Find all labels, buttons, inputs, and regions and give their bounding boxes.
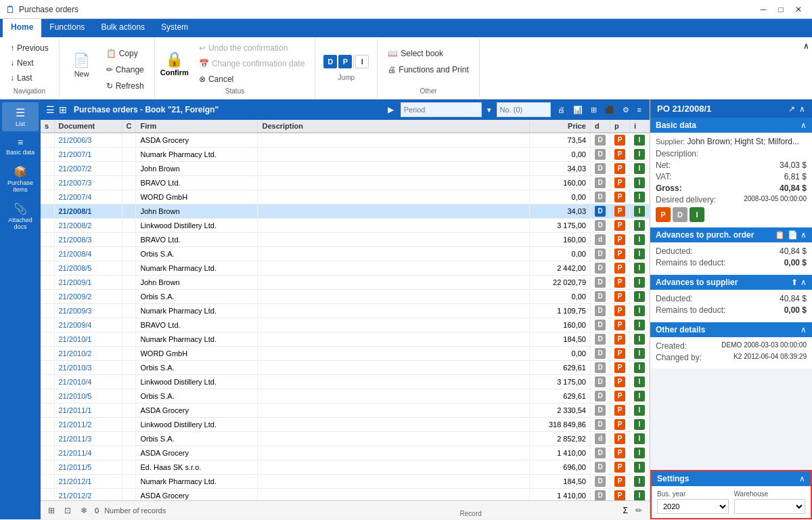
table-row[interactable]: 21/2007/4 WORD GmbH 0,00 D P I (41, 190, 650, 204)
next-btn[interactable]: ↓ Next (5, 56, 39, 70)
other-group-label: Other (383, 86, 473, 95)
cell-firm: Orbis S.A. (136, 290, 258, 304)
last-btn[interactable]: ↓ Last (5, 71, 37, 85)
table-row[interactable]: 21/2011/2 Linkwood Distillery Ltd. 318 8… (41, 418, 650, 432)
delivery-badge-i[interactable]: I (690, 207, 704, 222)
table-row[interactable]: 21/2009/4 BRAVO Ltd. 160,00 D P I (41, 318, 650, 332)
select-book-btn[interactable]: 📖 Select book (383, 47, 473, 60)
maximize-btn[interactable]: □ (773, 3, 789, 16)
badge-p[interactable]: P (338, 55, 352, 68)
pencil-icon: ✏ (106, 65, 113, 74)
change-btn[interactable]: ✏ Change (102, 63, 149, 77)
sidebar-item-attached-docs[interactable]: 📎 Attached docs (2, 198, 39, 234)
content-area: ☰ ⊞ Purchase orders - Book "21, Foreign"… (41, 100, 650, 519)
title-bar: 🗒 Purchase orders ─ □ ✕ (0, 0, 812, 19)
table-row[interactable]: 21/2009/1 John Brown 22 020,79 D P I (41, 276, 650, 290)
table-row[interactable]: 21/2008/2 Linkwood Distillery Ltd. 3 175… (41, 219, 650, 233)
advances-supplier-actions: ⬆ ∧ (791, 278, 807, 287)
cell-p: P (610, 162, 630, 176)
cell-i: I (630, 204, 650, 219)
table-row[interactable]: 21/2011/5 Ed. Haas SK s.r.o. 696,00 D P … (41, 460, 650, 475)
cell-c (122, 332, 136, 347)
sidebar-item-basic-data[interactable]: ≡ Basic data (2, 133, 39, 160)
table-row[interactable]: 21/2010/2 WORD GmbH 0,00 D P I (41, 347, 650, 361)
export-btn[interactable]: ⬛ (602, 104, 617, 116)
collapse-panel-btn[interactable]: ∧ (799, 104, 805, 114)
cancel-btn[interactable]: ⊗ Cancel (194, 72, 309, 86)
tab-home[interactable]: Home (3, 19, 41, 37)
advances-supplier-collapse[interactable]: ∧ (800, 278, 807, 287)
table-row[interactable]: 21/2006/3 ASDA Grocery 73,54 D P I (41, 133, 650, 148)
hamburger-icon[interactable]: ☰ (46, 104, 55, 115)
table-row[interactable]: 21/2010/3 Orbis S.A. 629,61 D P I (41, 361, 650, 375)
cell-s (41, 204, 54, 219)
cell-p: P (610, 176, 630, 190)
table-row[interactable]: 21/2011/4 ASDA Grocery 1 410,00 D P I (41, 446, 650, 460)
delivery-badge-d[interactable]: D (673, 207, 687, 222)
tab-functions[interactable]: Functions (41, 19, 93, 37)
functions-print-btn[interactable]: 🖨 Functions and Print (383, 63, 473, 77)
table-row[interactable]: 21/2008/3 BRAVO Ltd. 160,00 d P I (41, 233, 650, 247)
more-btn[interactable]: ≡ (635, 104, 644, 116)
table-row[interactable]: 21/2009/3 Numark Pharmacy Ltd. 1 109,75 … (41, 304, 650, 318)
advances-purchase-title: Advances to purch. order (656, 230, 754, 240)
undo-confirmation-btn[interactable]: ↩ Undo the confirmation (194, 41, 309, 55)
refresh-btn[interactable]: ↻ Refresh (102, 79, 149, 93)
copy-btn[interactable]: 📋 Copy (102, 47, 149, 60)
columns-btn[interactable]: ⊞ (46, 505, 57, 516)
basic-data-collapse-btn[interactable]: ∧ (800, 121, 807, 130)
confirm-label[interactable]: Confirm (160, 68, 189, 77)
badge-d[interactable]: D (323, 55, 337, 68)
table-row[interactable]: 21/2010/4 Linkwood Distillery Ltd. 3 175… (41, 375, 650, 389)
sidebar-item-list[interactable]: ☰ List (2, 102, 39, 131)
table-row[interactable]: 21/2008/1 John Brown 34,03 D P I (41, 204, 650, 219)
table-row[interactable]: 21/2007/1 Numark Pharmacy Ltd. 0,00 D P … (41, 148, 650, 162)
table-row[interactable]: 21/2011/3 Orbis S.A. 2 852,92 d P I (41, 432, 650, 446)
cell-s (41, 133, 54, 148)
badge-i[interactable]: I (355, 55, 369, 68)
delivery-badge-p[interactable]: P (656, 207, 671, 222)
table-row[interactable]: 21/2012/2 ASDA Grocery 1 410,00 D P I (41, 489, 650, 501)
table-row[interactable]: 21/2010/1 Numark Pharmacy Ltd. 184,50 D … (41, 332, 650, 347)
change-confirm-date-btn[interactable]: 📅 Change confirmation date (194, 57, 309, 70)
table-row[interactable]: 21/2009/2 Orbis S.A. 0,00 D P I (41, 290, 650, 304)
no-input[interactable] (497, 102, 551, 117)
tab-bulk-actions[interactable]: Bulk actions (93, 19, 153, 37)
cell-i: I (630, 162, 650, 176)
minimize-btn[interactable]: ─ (755, 3, 771, 16)
sidebar-item-purchase-items[interactable]: 📦 Purchase items (2, 161, 39, 197)
close-btn[interactable]: ✕ (790, 3, 807, 16)
other-details-collapse[interactable]: ∧ (800, 325, 807, 334)
table-row[interactable]: 21/2007/2 John Brown 34,03 D P I (41, 162, 650, 176)
cell-desc (258, 418, 530, 432)
table-row[interactable]: 21/2008/4 Orbis S.A. 0,00 D P I (41, 247, 650, 261)
cell-d: D (591, 176, 610, 190)
table-row[interactable]: 21/2011/1 ASDA Grocery 2 330,54 D P I (41, 404, 650, 418)
ribbon-collapse-btn[interactable]: ∧ (800, 39, 812, 53)
settings-collapse[interactable]: ∧ (799, 474, 805, 483)
advances-purchase-action2[interactable]: 📄 (788, 230, 798, 240)
cell-s (41, 276, 54, 290)
cell-desc (258, 247, 530, 261)
period-input[interactable] (401, 102, 482, 117)
table-row[interactable]: 21/2008/5 Numark Pharmacy Ltd. 2 442,00 … (41, 261, 650, 276)
period-dropdown-icon[interactable]: ▼ (486, 106, 493, 114)
grid-btn[interactable]: ⊞ (588, 104, 600, 116)
external-link-btn[interactable]: ↗ (788, 104, 795, 114)
table-row[interactable]: 21/2010/5 Orbis S.A. 629,61 D P I (41, 389, 650, 404)
cell-firm: Numark Pharmacy Ltd. (136, 148, 258, 162)
print-list-btn[interactable]: 🖨 (555, 104, 568, 116)
tab-system[interactable]: System (153, 19, 196, 37)
cell-i: I (630, 347, 650, 361)
table-row[interactable]: 21/2012/1 Numark Pharmacy Ltd. 184,50 D … (41, 475, 650, 489)
advances-supplier-action1[interactable]: ⬆ (791, 278, 798, 287)
table-row[interactable]: 21/2007/3 BRAVO Ltd. 160,00 D P I (41, 176, 650, 190)
advances-purchase-action1[interactable]: 📋 (775, 230, 785, 240)
cell-desc (258, 347, 530, 361)
previous-btn[interactable]: ↑ Previous (5, 41, 53, 55)
cell-i: I (630, 233, 650, 247)
chart-btn[interactable]: 📊 (570, 104, 585, 116)
advances-purchase-collapse[interactable]: ∧ (800, 230, 807, 240)
settings-list-btn[interactable]: ⚙ (620, 104, 632, 116)
new-btn-large[interactable]: 📄 New (65, 41, 99, 89)
